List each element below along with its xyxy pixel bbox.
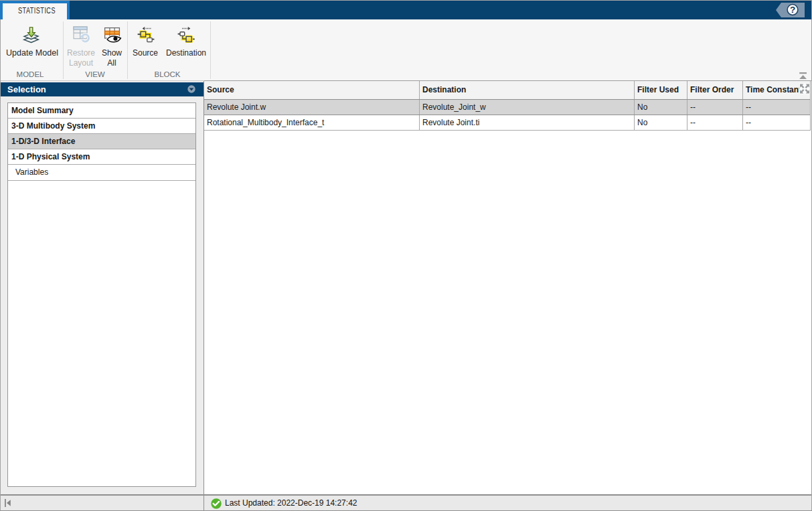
svg-text:?: ? [790,5,795,15]
